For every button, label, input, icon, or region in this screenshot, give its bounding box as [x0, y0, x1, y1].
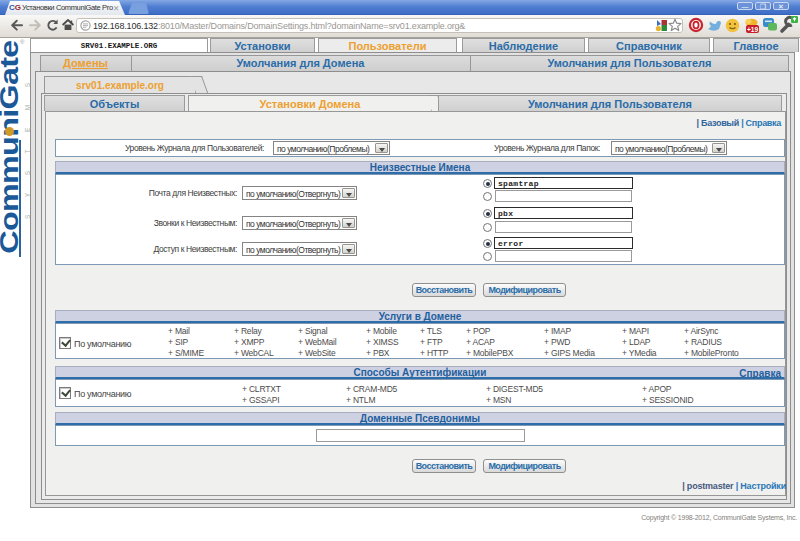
svg-text:+19: +19 [747, 26, 758, 33]
